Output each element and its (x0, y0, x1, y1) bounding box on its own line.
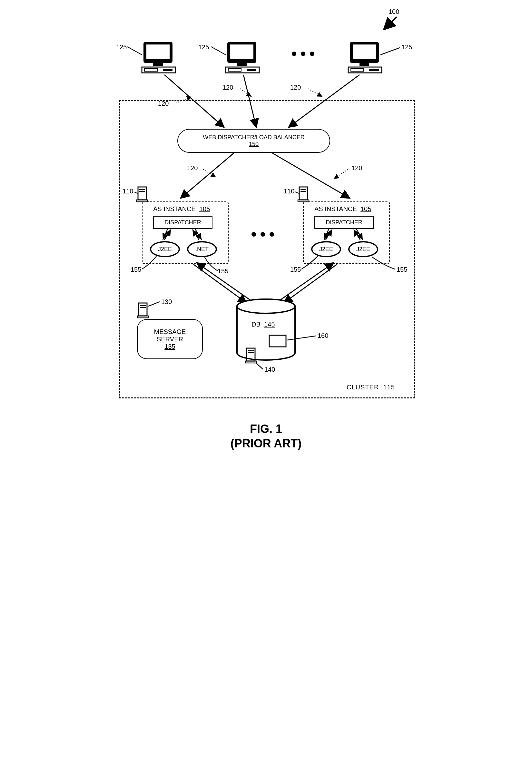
cluster-label: CLUSTER 115 (347, 384, 395, 391)
as-title-right: AS INSTANCE 105 (314, 205, 371, 213)
ref-155-c: 155 (290, 266, 301, 273)
svg-rect-14 (353, 44, 376, 59)
svg-rect-3 (153, 63, 163, 66)
stray-mark: - (408, 339, 410, 347)
ref-req-4: 120 (187, 165, 198, 172)
ref-client-3: 125 (401, 43, 412, 51)
svg-rect-1 (143, 42, 173, 63)
ref-dbhost: 140 (264, 366, 275, 373)
svg-line-27 (308, 88, 322, 97)
db-label: DB 145 (251, 321, 275, 328)
client-icon (142, 42, 175, 73)
svg-rect-2 (146, 44, 170, 59)
message-server-box: MESSAGE SERVER 135 (137, 319, 203, 359)
lb-title: WEB DISPATCHER/LOAD BALANCER (203, 134, 305, 141)
ref-client-2: 125 (198, 43, 209, 51)
svg-rect-4 (142, 67, 175, 73)
client-icon (348, 42, 382, 73)
svg-line-21 (381, 48, 400, 55)
svg-rect-15 (359, 63, 369, 66)
msg-title: MESSAGE SERVER (154, 328, 186, 343)
svg-line-26 (240, 88, 251, 97)
svg-line-20 (211, 47, 226, 55)
svg-rect-6 (163, 69, 173, 71)
ref-ashost-left: 110 (122, 188, 133, 195)
svg-rect-7 (227, 42, 256, 63)
ref-155-a: 155 (131, 266, 141, 273)
diagram-root: 100 (105, 6, 427, 480)
ref-155-d: 155 (397, 266, 407, 273)
figure-caption-1: FIG. 1 (105, 422, 427, 436)
svg-rect-17 (351, 69, 364, 71)
node-j2ee-right2: J2EE (348, 241, 378, 257)
ref-client-1: 125 (116, 43, 127, 51)
client-icon (226, 42, 259, 73)
dispatcher-right: DISPATCHER (314, 216, 374, 229)
node-j2ee-left: J2EE (150, 241, 180, 257)
svg-rect-13 (350, 42, 379, 63)
node-j2ee-right1: J2EE (311, 241, 341, 257)
as-title-left: AS INSTANCE 105 (153, 205, 210, 213)
ellipsis-instances (251, 232, 274, 237)
ref-req-2: 120 (222, 84, 233, 91)
ref-msghost: 130 (161, 298, 172, 306)
svg-rect-9 (237, 63, 247, 66)
node-net-left: .NET (187, 241, 217, 257)
ref-req-3: 120 (290, 84, 301, 91)
svg-rect-5 (144, 69, 157, 71)
ref-155-b: 155 (218, 268, 228, 275)
lb-num: 150 (249, 141, 258, 148)
svg-rect-12 (247, 69, 256, 71)
svg-rect-10 (226, 67, 259, 73)
ellipsis-clients (292, 51, 314, 56)
ref-ashost-right: 110 (284, 188, 294, 195)
ref-system: 100 (389, 8, 399, 15)
svg-line-0 (384, 17, 397, 30)
svg-rect-11 (228, 69, 241, 71)
dispatcher-left: DISPATCHER (153, 216, 212, 229)
load-balancer-box: WEB DISPATCHER/LOAD BALANCER 150 (177, 129, 330, 153)
msg-num: 135 (165, 343, 175, 350)
svg-rect-16 (348, 67, 382, 73)
svg-rect-18 (369, 69, 379, 71)
ref-req-5: 120 (351, 165, 362, 172)
svg-line-19 (127, 47, 142, 55)
figure-caption-2: (PRIOR ART) (105, 437, 427, 450)
ref-160: 160 (318, 332, 328, 340)
svg-rect-8 (230, 44, 253, 59)
